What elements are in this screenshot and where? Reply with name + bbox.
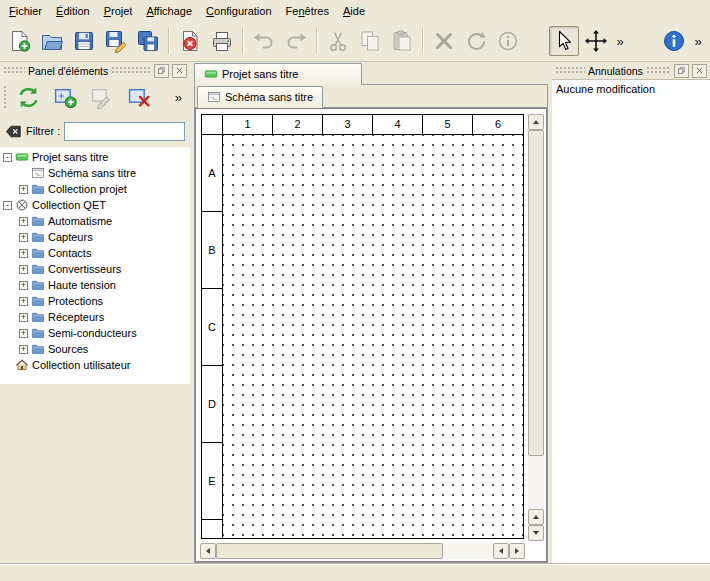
undo-button[interactable]	[249, 26, 279, 56]
vertical-scroll-track[interactable]	[528, 130, 544, 509]
column-label: 4	[373, 115, 423, 134]
tree-expander[interactable]: +	[19, 233, 28, 242]
menu-fichier[interactable]: Fichier	[2, 3, 49, 19]
tree-item[interactable]: + Capteurs	[0, 229, 190, 245]
close-file-button[interactable]	[175, 26, 205, 56]
arrow-left-icon	[499, 548, 503, 554]
tree-expander[interactable]: +	[19, 313, 28, 322]
tree-expander[interactable]: +	[19, 265, 28, 274]
tree-item[interactable]: + Haute tension	[0, 277, 190, 293]
open-project-button[interactable]	[37, 26, 67, 56]
tree-item[interactable]: Collection utilisateur	[0, 357, 190, 373]
save-all-button[interactable]	[133, 26, 163, 56]
close-elements-panel-button[interactable]	[172, 64, 187, 78]
menu-edition[interactable]: Édition	[49, 3, 97, 19]
toolbar-overflow-button-right[interactable]: »	[690, 26, 706, 56]
schema-tab[interactable]: Schéma sans titre	[197, 86, 323, 108]
menubar: FichierÉditionProjetAffichageConfigurati…	[0, 0, 710, 21]
tree-item[interactable]: + Contacts	[0, 245, 190, 261]
info-icon	[496, 29, 520, 53]
panel-toolbar-overflow-button[interactable]: »	[170, 90, 187, 105]
delete-element-button[interactable]	[122, 81, 156, 113]
tree-item-label: Semi-conducteurs	[48, 327, 137, 339]
save-as-button[interactable]	[101, 26, 131, 56]
delete-button[interactable]	[429, 26, 459, 56]
menu-affichage[interactable]: Affichage	[139, 3, 199, 19]
select-mode-button[interactable]	[549, 26, 579, 56]
dock-grip[interactable]	[646, 66, 671, 75]
vertical-scrollbar[interactable]	[528, 114, 544, 541]
row-ruler: ABCDE	[202, 135, 223, 538]
schema-canvas[interactable]	[223, 135, 523, 538]
tree-expander[interactable]: +	[19, 329, 28, 338]
menu-aide[interactable]: Aide	[336, 3, 372, 19]
new-element-button[interactable]	[48, 81, 82, 113]
float-undo-panel-button[interactable]	[674, 64, 689, 78]
tree-expander[interactable]: +	[19, 345, 28, 354]
tree-expander[interactable]: -	[3, 153, 12, 162]
float-elements-panel-button[interactable]	[154, 64, 169, 78]
close-undo-panel-button[interactable]	[692, 64, 707, 78]
edit-element-button[interactable]	[85, 81, 119, 113]
tree-expander[interactable]: -	[3, 201, 12, 210]
tree-item[interactable]: + Protections	[0, 293, 190, 309]
copy-button[interactable]	[355, 26, 385, 56]
new-document-button[interactable]	[5, 26, 35, 56]
menu-fenetres[interactable]: Fenêtres	[279, 3, 336, 19]
undo-list-item[interactable]: Aucune modification	[554, 82, 708, 96]
scroll-up-button-secondary[interactable]	[528, 509, 544, 525]
reload-collections-button[interactable]	[11, 81, 45, 113]
column-label: 5	[423, 115, 473, 134]
filter-input[interactable]	[64, 122, 185, 141]
properties-button[interactable]	[493, 26, 523, 56]
pan-mode-button[interactable]	[581, 26, 611, 56]
project-tab[interactable]: Projet sans titre	[194, 63, 362, 85]
scroll-down-button[interactable]	[528, 525, 544, 541]
tree-item[interactable]: - Projet sans titre	[0, 149, 190, 165]
redo-button[interactable]	[281, 26, 311, 56]
schema-icon	[31, 166, 45, 180]
clear-filter-button[interactable]	[5, 123, 22, 140]
paste-button[interactable]	[387, 26, 417, 56]
cut-button[interactable]	[323, 26, 353, 56]
tree-item[interactable]: + Automatisme	[0, 213, 190, 229]
folder-icon	[31, 310, 45, 324]
menu-projet[interactable]: Projet	[97, 3, 140, 19]
print-button[interactable]	[207, 26, 237, 56]
tree-item[interactable]: Schéma sans titre	[0, 165, 190, 181]
close-document-icon	[178, 29, 202, 53]
folder-icon	[31, 326, 45, 340]
about-button[interactable]	[659, 26, 689, 56]
folder-icon	[31, 246, 45, 260]
scroll-up-button[interactable]	[528, 114, 544, 130]
vertical-scroll-thumb[interactable]	[528, 130, 544, 456]
save-as-icon	[104, 29, 128, 53]
scroll-left-button[interactable]	[200, 543, 216, 559]
tree-expander[interactable]: +	[19, 185, 28, 194]
menu-configuration[interactable]: Configuration	[199, 3, 278, 19]
tree-item[interactable]: - Collection QET	[0, 197, 190, 213]
dock-grip[interactable]	[111, 66, 151, 75]
tree-expander[interactable]: +	[19, 249, 28, 258]
toolbar-handle[interactable]	[3, 85, 8, 109]
folder-icon	[31, 278, 45, 292]
tree-expander[interactable]: +	[19, 217, 28, 226]
save-button[interactable]	[69, 26, 99, 56]
tree-item[interactable]: + Collection projet	[0, 181, 190, 197]
dock-grip[interactable]	[555, 66, 585, 75]
toolbar-overflow-button[interactable]: »	[612, 26, 628, 56]
tree-item[interactable]: + Semi-conducteurs	[0, 325, 190, 341]
folder-icon	[31, 230, 45, 244]
tree-item[interactable]: + Convertisseurs	[0, 261, 190, 277]
tree-expander[interactable]: +	[19, 281, 28, 290]
scroll-right-button[interactable]	[509, 543, 525, 559]
scroll-left-button-secondary[interactable]	[493, 543, 509, 559]
tree-item[interactable]: + Sources	[0, 341, 190, 357]
horizontal-scrollbar[interactable]	[200, 543, 525, 559]
rotate-button[interactable]	[461, 26, 491, 56]
tree-item[interactable]: + Récepteurs	[0, 309, 190, 325]
horizontal-scroll-track[interactable]	[216, 543, 493, 559]
dock-grip[interactable]	[3, 66, 25, 75]
tree-expander[interactable]: +	[19, 297, 28, 306]
horizontal-scroll-thumb[interactable]	[216, 543, 443, 559]
